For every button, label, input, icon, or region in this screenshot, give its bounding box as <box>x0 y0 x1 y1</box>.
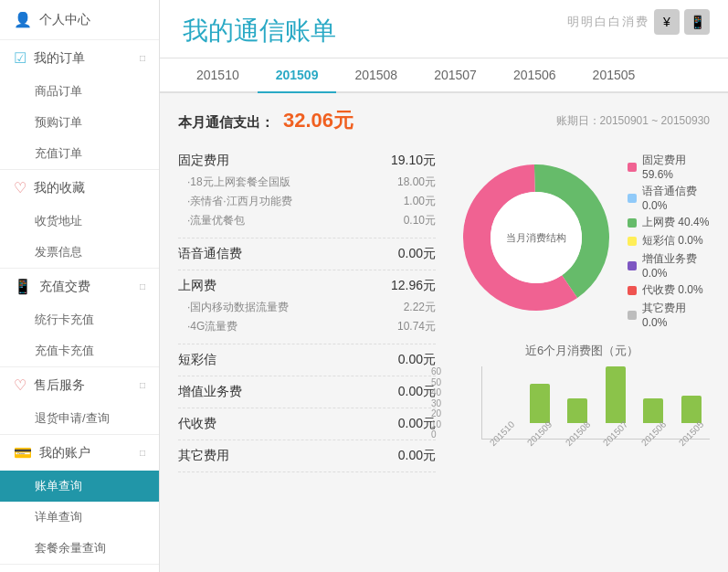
bar-201509 <box>530 384 550 423</box>
y-axis: 60 50 40 30 20 10 0 <box>431 366 441 440</box>
sidebar: 👤 个人中心 ☑ 我的订单 □ 商品订单 预购订单 充值订单 ♡ 我的收藏 收货… <box>0 0 160 572</box>
orders-label: 我的订单 <box>34 50 85 67</box>
main-content: 我的通信账单 明明白白消费 ¥ 📱 201510 201509 201508 2… <box>160 0 728 572</box>
bill-sub-row: ·流量优餐包 0.10元 <box>187 211 436 230</box>
sidebar-header: 👤 个人中心 <box>0 0 159 40</box>
bill-sub-row: ·亲情省·江西月功能费 1.00元 <box>187 192 436 211</box>
sidebar-section-service-header[interactable]: ♡ 售后服务 □ <box>0 367 159 403</box>
summary-amount: 32.06元 <box>283 107 353 134</box>
bar-label-201506: 201506 <box>638 419 667 448</box>
sidebar-section-account: 💳 我的账户 □ 账单查询 详单查询 套餐余量查询 <box>0 435 159 565</box>
bill-item-fixed-header[interactable]: 固定费用 19.10元 <box>178 153 436 169</box>
collections-label: 我的收藏 <box>34 180 85 196</box>
sidebar-section-orders-header[interactable]: ☑ 我的订单 □ <box>0 40 159 76</box>
sidebar-section-collections: ♡ 我的收藏 收货地址 发票信息 <box>0 170 159 269</box>
bar-wrap-201505: 201505 <box>676 396 706 439</box>
summary-date-range: 账期日：20150901 ~ 20150930 <box>556 113 710 129</box>
bar-201507 <box>606 366 626 423</box>
bill-item-fixed-amount: 19.10元 <box>391 153 436 169</box>
legend-item-other: 其它费用 0.0% <box>628 301 710 329</box>
sidebar-section-collections-header[interactable]: ♡ 我的收藏 <box>0 170 159 206</box>
brand-text: 明明白白消费 <box>567 14 649 30</box>
bar-wrap-201506: 201506 <box>638 398 669 439</box>
legend-dot-internet <box>628 218 637 228</box>
bill-item-vas-header[interactable]: 增值业务费 0.00元 <box>178 384 436 400</box>
sidebar-item-bill-query[interactable]: 账单查询 <box>0 471 159 502</box>
bill-item-fixed: 固定费用 19.10元 ·18元上网套餐全国版 18.00元 ·亲情省·江西月功… <box>178 145 436 238</box>
tab-201510[interactable]: 201510 <box>178 58 258 93</box>
bar-label-201510: 201510 <box>488 419 516 448</box>
sidebar-item-address[interactable]: 收货地址 <box>0 206 159 237</box>
legend-dot-sms <box>628 237 637 246</box>
bill-item-fixed-name: 固定费用 <box>178 153 229 169</box>
tab-201509[interactable]: 201509 <box>258 58 337 93</box>
bar-wrap-201508: 201508 <box>563 398 593 439</box>
bill-item-vas: 增值业务费 0.00元 <box>178 376 436 408</box>
brand-logo: 明明白白消费 ¥ 📱 <box>567 9 710 35</box>
recharge-expand-icon: □ <box>140 281 145 291</box>
bill-item-agency-header[interactable]: 代收费 0.00元 <box>178 416 436 432</box>
bar-wrap-201507: 201507 <box>600 366 630 439</box>
brand-icon-yuan: ¥ <box>654 9 680 35</box>
summary-left: 本月通信支出： 32.06元 <box>178 107 353 134</box>
bill-item-sms-header[interactable]: 短彩信 0.00元 <box>178 352 436 368</box>
tab-201508[interactable]: 201508 <box>336 58 416 93</box>
orders-expand-icon: □ <box>140 53 145 63</box>
legend-item-sms: 短彩信 0.0% <box>628 233 710 249</box>
bill-item-voice-header[interactable]: 语音通信费 0.00元 <box>178 246 436 262</box>
sidebar-item-bank-recharge[interactable]: 统行卡充值 <box>0 304 159 335</box>
sidebar-item-recharge-order[interactable]: 充值订单 <box>0 138 159 169</box>
sidebar-item-goods-order[interactable]: 商品订单 <box>0 76 159 107</box>
sidebar-section-account-header[interactable]: 💳 我的账户 □ <box>0 435 159 471</box>
bill-item-internet: 上网费 12.96元 ·国内移动数据流量费 2.22元 ·4G流量费 10.74… <box>178 270 436 344</box>
sidebar-item-card-recharge[interactable]: 充值卡充值 <box>0 335 159 366</box>
service-expand-icon: □ <box>140 380 145 390</box>
service-icon: ♡ <box>14 376 26 394</box>
account-label: 我的账户 <box>39 445 90 461</box>
bar-label-201507: 201507 <box>601 419 629 448</box>
tab-201505[interactable]: 201505 <box>575 58 654 93</box>
donut-chart: 当月消费结构 <box>454 155 618 320</box>
summary-label: 本月通信支出： <box>178 114 274 132</box>
sidebar-section-recharge-header[interactable]: 📱 充值交费 □ <box>0 269 159 304</box>
bar-wrap-201509: 201509 <box>524 384 554 439</box>
bill-item-other-header[interactable]: 其它费用 0.00元 <box>178 448 436 464</box>
user-icon: 👤 <box>14 11 32 28</box>
tab-201506[interactable]: 201506 <box>495 58 575 93</box>
donut-section: 当月消费结构 固定费用 59.6% 语音通信费 0.0% <box>454 145 710 329</box>
sidebar-item-detail-query[interactable]: 详单查询 <box>0 502 159 533</box>
legend-dot-voice <box>628 194 637 203</box>
sidebar-section-recharge: 📱 充值交费 □ 统行卡充值 充值卡充值 <box>0 269 159 367</box>
content-area: 本月通信支出： 32.06元 账期日：20150901 ~ 20150930 固… <box>160 93 728 486</box>
tab-201507[interactable]: 201507 <box>416 58 495 93</box>
sidebar-item-invoice[interactable]: 发票信息 <box>0 237 159 268</box>
brand-icons: ¥ 📱 <box>654 9 710 35</box>
bill-items-list: 固定费用 19.10元 ·18元上网套餐全国版 18.00元 ·亲情省·江西月功… <box>178 145 436 472</box>
bill-right-charts: 当月消费结构 固定费用 59.6% 语音通信费 0.0% <box>454 145 710 472</box>
sidebar-item-preorder[interactable]: 预购订单 <box>0 107 159 138</box>
month-tabs: 201510 201509 201508 201507 201506 20150… <box>160 58 728 93</box>
recharge-icon: 📱 <box>14 278 32 295</box>
legend-dot-agency <box>628 286 637 295</box>
legend-item-vas: 增值业务费 0.0% <box>628 251 710 280</box>
bar-wrap-201510: 201510 <box>487 423 517 439</box>
account-expand-icon: □ <box>140 448 145 458</box>
bar-chart-title: 近6个月消费图（元） <box>454 343 710 359</box>
bar-label-201505: 201505 <box>677 419 705 448</box>
bill-sub-row: ·18元上网套餐全国版 18.00元 <box>187 173 436 192</box>
legend-item-fixed: 固定费用 59.6% <box>628 153 710 181</box>
account-icon: 💳 <box>14 444 32 461</box>
bill-item-internet-sub: ·国内移动数据流量费 2.22元 ·4G流量费 10.74元 <box>178 294 436 336</box>
chart-legend: 固定费用 59.6% 语音通信费 0.0% 上网费 40.4% 短彩信 <box>628 153 710 329</box>
bar-label-201508: 201508 <box>564 419 592 448</box>
bar-chart-wrapper: 60 50 40 30 20 10 0 201510 <box>454 366 710 440</box>
bill-item-internet-header[interactable]: 上网费 12.96元 <box>178 278 436 294</box>
sidebar-item-package-query[interactable]: 套餐余量查询 <box>0 533 159 564</box>
legend-item-internet: 上网费 40.4% <box>628 215 710 230</box>
order-icon: ☑ <box>14 49 26 67</box>
legend-dot-fixed <box>628 163 637 172</box>
legend-item-voice: 语音通信费 0.0% <box>628 184 710 212</box>
bill-layout: 固定费用 19.10元 ·18元上网套餐全国版 18.00元 ·亲情省·江西月功… <box>178 145 710 472</box>
sidebar-item-refund[interactable]: 退货申请/查询 <box>0 403 159 434</box>
brand-icon-phone: 📱 <box>684 9 710 35</box>
